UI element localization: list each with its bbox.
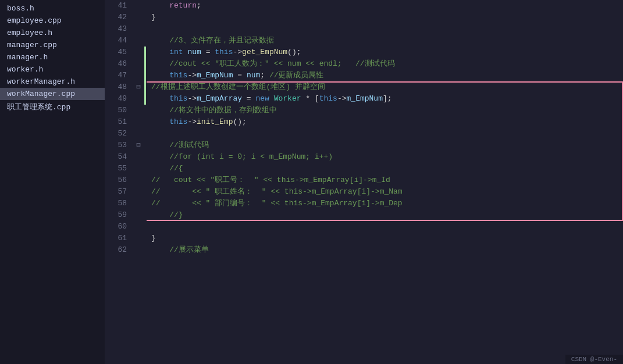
code-line-60 [151, 221, 623, 233]
sidebar-item-manager-cpp[interactable]: manager.cpp [0, 39, 105, 51]
code-line-62: //展示菜单 [151, 244, 623, 256]
sidebar-item-workManager-cpp[interactable]: workManager.cpp [0, 88, 105, 100]
code-line-48: //根据上述职工人数创建一个数组(堆区) 并辟空间 [151, 81, 623, 93]
code-line-46: //cout << "职工人数为：" << num << endl; //测试代… [151, 58, 623, 70]
code-line-59: //} [151, 209, 623, 221]
sidebar-item-workerManager-h[interactable]: workerManager.h [0, 76, 105, 88]
code-line-61: } [151, 233, 623, 244]
code-line-44: //3、文件存在，并且记录数据 [151, 35, 623, 47]
sidebar-item-worker-h[interactable]: worker.h [0, 63, 105, 76]
code-line-51: this->init_Emp(); [151, 116, 623, 128]
sidebar-item-manager-h[interactable]: manager.h [0, 51, 105, 63]
code-line-52 [151, 128, 623, 140]
code-line-55: //{ [151, 163, 623, 174]
code-content: return; } //3、文件存在，并且记录数据 int num = this… [147, 0, 623, 364]
sidebar-item-zhigong-cpp[interactable]: 职工管理系统.cpp [0, 100, 105, 114]
fold-icon-48[interactable]: ⊟ [133, 81, 144, 93]
fold-icon-53[interactable]: ⊟ [133, 140, 144, 151]
code-line-50: //将文件中的数据，存到数组中 [151, 105, 623, 116]
code-line-58: // << " 部门编号： " << this->m_EmpArray[i]->… [151, 198, 623, 209]
editor-area: 41 42 43 44 45 46 47 48 49 50 51 52 53 5… [105, 0, 623, 364]
sidebar-item-employee-h[interactable]: employee.h [0, 27, 105, 39]
line-numbers: 41 42 43 44 45 46 47 48 49 50 51 52 53 5… [105, 0, 133, 364]
code-line-42: } [151, 12, 623, 23]
code-line-56: // cout << "职工号： " << this->m_EmpArray[i… [151, 174, 623, 186]
code-line-43 [151, 23, 623, 35]
sidebar-item-employee-cpp[interactable]: employee.cpp [0, 15, 105, 27]
code-line-49: this->m_EmpArray = new Worker * [this->m… [151, 93, 623, 105]
code-line-53: //测试代码 [151, 140, 623, 151]
sidebar: boss.h employee.cpp employee.h manager.c… [0, 0, 105, 364]
code-line-41: return; [151, 0, 623, 12]
bottom-bar-text: CSDN @-Even- [571, 356, 617, 363]
bottom-bar: CSDN @-Even- [565, 355, 623, 364]
code-line-57: // << " 职工姓名： " << this->m_EmpArray[i]->… [151, 186, 623, 198]
code-gutter: ⊟ ⊟ [133, 0, 144, 364]
code-line-54: //for (int i = 0; i < m_EmpNum; i++) [151, 151, 623, 163]
code-line-45: int num = this->get_EmpNum(); [151, 47, 623, 58]
sidebar-item-boss-h[interactable]: boss.h [0, 2, 105, 15]
code-line-47: this->m_EmpNum = num; //更新成员属性 [151, 70, 623, 81]
